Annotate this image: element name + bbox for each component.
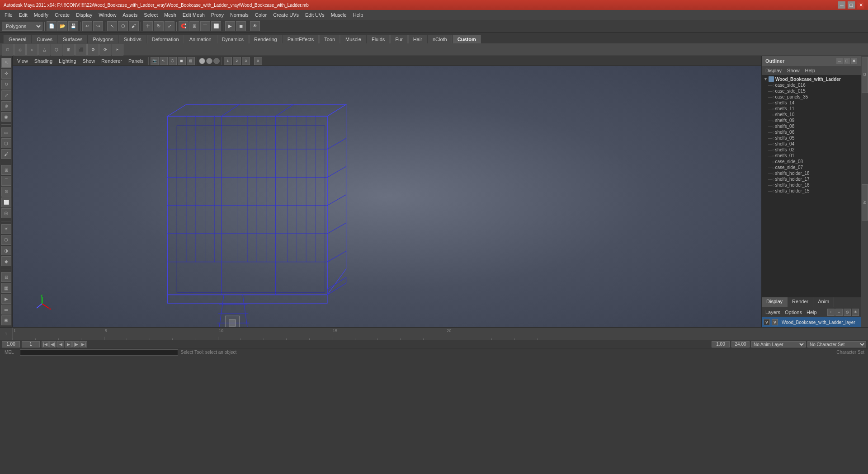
menu-item-create[interactable]: Create bbox=[52, 11, 72, 19]
menu-item-muscle[interactable]: Muscle bbox=[328, 11, 349, 19]
tool-lasso[interactable]: ⬡ bbox=[1, 138, 11, 148]
layer-visibility-toggle[interactable]: V bbox=[772, 319, 778, 325]
shelf-icon-8[interactable]: ⚙ bbox=[87, 44, 99, 56]
shelf-tab-subdivs[interactable]: Subdivs bbox=[119, 35, 146, 43]
layer-options-icon[interactable]: ⚙ bbox=[844, 309, 851, 316]
menu-item-edit-mesh[interactable]: Edit Mesh bbox=[180, 11, 208, 19]
toolbar-select[interactable]: ↖ bbox=[107, 21, 117, 31]
range-end-input[interactable] bbox=[731, 341, 750, 347]
vp-menu-show[interactable]: Show bbox=[80, 57, 98, 65]
toolbar-render[interactable]: ▶ bbox=[225, 21, 235, 31]
toolbar-curve-snap[interactable]: ⌒ bbox=[200, 21, 210, 31]
char-set-dropdown[interactable]: No Character Set bbox=[807, 341, 866, 347]
toolbar-undo[interactable]: ↩ bbox=[82, 21, 92, 31]
shelf-tab-fur[interactable]: Fur bbox=[390, 35, 408, 43]
toolbar-rotate[interactable]: ↻ bbox=[154, 21, 164, 31]
current-frame-input[interactable]: 1 bbox=[22, 341, 40, 347]
shelf-tab-hair[interactable]: Hair bbox=[408, 35, 427, 43]
menu-item-edit[interactable]: Edit bbox=[16, 11, 30, 19]
tool-snap-to-curve[interactable]: ⌒ bbox=[1, 176, 11, 186]
shelf-tab-polygons[interactable]: Polygons bbox=[88, 35, 118, 43]
vp-camera[interactable]: 📷 bbox=[151, 57, 159, 65]
menu-item-assets[interactable]: Assets bbox=[120, 11, 140, 19]
toolbar-lasso[interactable]: ⬡ bbox=[118, 21, 128, 31]
vp-menu-renderer[interactable]: Renderer bbox=[99, 57, 125, 65]
root-item-label[interactable]: Wood_Bookcase_with_Ladder bbox=[775, 77, 841, 82]
tool-snap-to-surface[interactable]: ⬜ bbox=[1, 197, 11, 207]
tree-item-14[interactable]: —○ case_side_07 bbox=[763, 164, 860, 170]
tree-item-17[interactable]: —○ shelfs_holder_16 bbox=[763, 182, 860, 188]
tree-item-18[interactable]: —○ shelfs_holder_15 bbox=[763, 188, 860, 194]
tree-item-15[interactable]: —○ shelfs_holder_18 bbox=[763, 170, 860, 176]
minimize-button[interactable]: ─ bbox=[838, 1, 845, 9]
3d-viewport[interactable]: x y bbox=[13, 66, 761, 327]
shelf-icon-3[interactable]: ○ bbox=[26, 44, 38, 56]
tree-item-5[interactable]: —○ shelfs_10 bbox=[763, 112, 860, 117]
new-layer-icon[interactable]: + bbox=[827, 309, 835, 316]
shelf-tab-painteffects[interactable]: PaintEffects bbox=[283, 35, 319, 43]
play-forward[interactable]: ▶ bbox=[65, 341, 72, 347]
menu-item-select[interactable]: Select bbox=[141, 11, 160, 19]
menu-item-create-uvs[interactable]: Create UVs bbox=[270, 11, 302, 19]
tool-snap-to-point[interactable]: ⊙ bbox=[1, 187, 11, 197]
tool-universal[interactable]: ⊕ bbox=[1, 101, 11, 111]
tool-quick-sel[interactable]: ☰ bbox=[1, 305, 11, 314]
menu-item-window[interactable]: Window bbox=[96, 11, 119, 19]
toolbar-move[interactable]: ✛ bbox=[143, 21, 153, 31]
tool-paint-sel[interactable]: 🖌 bbox=[1, 149, 11, 159]
polygon-mode-dropdown[interactable]: Polygons bbox=[2, 22, 42, 31]
anim-layer-dropdown[interactable]: No Anim Layer bbox=[751, 341, 806, 347]
shelf-icon-9[interactable]: ⟳ bbox=[99, 44, 111, 56]
layer-name[interactable]: Wood_Bookcase_with_Ladder_layer bbox=[782, 320, 855, 325]
collapse-icon[interactable]: ▼ bbox=[764, 77, 768, 81]
tree-item-1[interactable]: —○ case_side_015 bbox=[763, 88, 860, 94]
shelf-tab-toon[interactable]: Toon bbox=[319, 35, 340, 43]
vp-shade-quality2[interactable]: 2 bbox=[233, 57, 241, 65]
menu-item-normals[interactable]: Normals bbox=[227, 11, 251, 19]
toolbar-new[interactable]: 📄 bbox=[47, 21, 57, 31]
play-back[interactable]: ◀ bbox=[57, 341, 64, 347]
tool-marquee[interactable]: ▭ bbox=[1, 127, 11, 137]
shelf-icon-1[interactable]: □ bbox=[2, 44, 14, 56]
shelf-tab-rendering[interactable]: Rendering bbox=[249, 35, 282, 43]
tool-isolate-sel[interactable]: ◉ bbox=[1, 315, 11, 325]
vp-shade-quality1[interactable]: 1 bbox=[224, 57, 232, 65]
shelf-tab-muscle[interactable]: Muscle bbox=[340, 35, 366, 43]
tree-item-2[interactable]: —○ case_panels_35 bbox=[763, 94, 860, 100]
step-forward[interactable]: |▶ bbox=[72, 341, 80, 347]
tree-item-12[interactable]: —○ shelfs_01 bbox=[763, 153, 860, 159]
tree-item-11[interactable]: —○ shelfs_02 bbox=[763, 147, 860, 153]
vp-menu-panels[interactable]: Panels bbox=[126, 57, 146, 65]
outliner-maximize[interactable]: □ bbox=[844, 58, 850, 64]
go-to-start[interactable]: |◀ bbox=[42, 341, 49, 347]
shelf-icon-6[interactable]: ⊞ bbox=[63, 44, 75, 56]
range-start-input[interactable] bbox=[712, 341, 730, 347]
toolbar-surface-snap[interactable]: ⬜ bbox=[211, 21, 221, 31]
step-back[interactable]: ◀| bbox=[49, 341, 57, 347]
outliner-menu-help[interactable]: Help bbox=[803, 68, 817, 73]
layer-visibility-icon[interactable]: 👁 bbox=[852, 309, 859, 316]
tool-snap-to-view[interactable]: ◎ bbox=[1, 208, 11, 218]
shelf-tab-ncloth[interactable]: nCloth bbox=[428, 35, 452, 43]
layer-menu-help[interactable]: Help bbox=[805, 310, 819, 315]
vp-textured[interactable]: ▨ bbox=[187, 57, 195, 65]
shelf-tab-dynamics[interactable]: Dynamics bbox=[217, 35, 249, 43]
tab-display[interactable]: Display bbox=[762, 297, 788, 307]
toolbar-grid-snap[interactable]: ⊞ bbox=[189, 21, 199, 31]
tool-smooth[interactable]: ◆ bbox=[1, 256, 11, 266]
menu-item-file[interactable]: File bbox=[2, 11, 15, 19]
tool-xray[interactable]: ☀ bbox=[1, 224, 11, 234]
vp-menu-lighting[interactable]: Lighting bbox=[56, 57, 79, 65]
toolbar-show-hide[interactable]: 👁 bbox=[250, 21, 260, 31]
shelf-icon-4[interactable]: △ bbox=[38, 44, 50, 56]
tree-item-0[interactable]: —○ case_side_016 bbox=[763, 82, 860, 88]
toolbar-paint[interactable]: 🖌 bbox=[129, 21, 139, 31]
tool-snap-to-grid[interactable]: ⊞ bbox=[1, 165, 11, 175]
toolbar-scale[interactable]: ⤢ bbox=[165, 21, 175, 31]
vp-xray[interactable]: X bbox=[254, 57, 262, 65]
vp-select-mask[interactable]: ↖ bbox=[160, 57, 168, 65]
menu-item-edit-uvs[interactable]: Edit UVs bbox=[302, 11, 327, 19]
tool-move[interactable]: ✛ bbox=[1, 69, 11, 79]
layer-menu-options[interactable]: Options bbox=[783, 310, 804, 315]
attr-editor-tab[interactable]: At bbox=[862, 184, 868, 221]
